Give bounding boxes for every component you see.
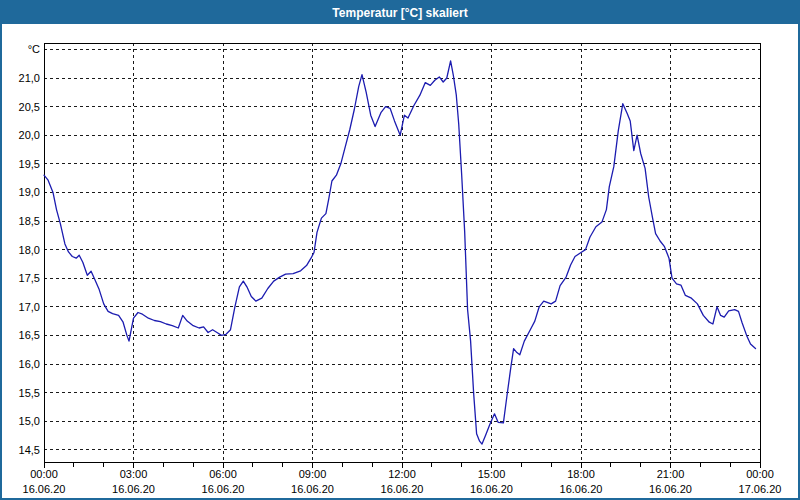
y-tick-label: 18,5 [19,215,40,227]
x-tick-time-label: 06:00 [209,468,237,480]
x-tick-date-label: 16.06.20 [470,483,513,495]
x-tick-date-label: 16.06.20 [202,483,245,495]
x-tick-time-label: 00:00 [30,468,58,480]
x-tick-date-label: 17.06.20 [739,483,782,495]
app-window: Temperatur [°C] skaliert °C21,020,520,01… [0,0,800,500]
x-tick-date-label: 16.06.20 [381,483,424,495]
x-tick-time-label: 21:00 [657,468,685,480]
y-tick-label: 20,0 [19,129,40,141]
y-tick-label: 15,0 [19,415,40,427]
y-tick-label: °C [28,43,40,55]
y-tick-label: 15,5 [19,387,40,399]
x-tick-time-label: 00:00 [746,468,774,480]
y-tick-label: 18,0 [19,244,40,256]
y-tick-label: 16,5 [19,329,40,341]
x-tick-time-label: 09:00 [299,468,327,480]
y-tick-label: 19,5 [19,158,40,170]
temperature-chart: °C21,020,520,019,519,018,518,017,517,016… [2,2,798,498]
y-tick-label: 14,5 [19,444,40,456]
x-tick-date-label: 16.06.20 [291,483,334,495]
y-tick-label: 19,0 [19,186,40,198]
y-tick-label: 17,5 [19,272,40,284]
y-tick-label: 17,0 [19,301,40,313]
x-tick-date-label: 16.06.20 [23,483,66,495]
y-tick-label: 16,0 [19,358,40,370]
x-tick-time-label: 18:00 [567,468,595,480]
y-tick-label: 21,0 [19,72,40,84]
x-tick-time-label: 03:00 [120,468,148,480]
x-tick-date-label: 16.06.20 [560,483,603,495]
x-tick-date-label: 16.06.20 [649,483,692,495]
y-tick-label: 20,5 [19,101,40,113]
x-tick-date-label: 16.06.20 [112,483,155,495]
x-tick-time-label: 15:00 [478,468,506,480]
x-tick-time-label: 12:00 [388,468,416,480]
